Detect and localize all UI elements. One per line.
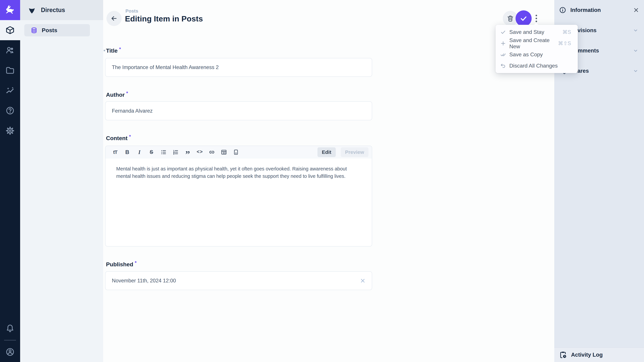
help-icon [5,106,15,115]
module-settings[interactable] [0,121,20,141]
sidebar-item-posts[interactable]: Posts [24,24,90,36]
module-user-directory[interactable] [0,40,20,60]
box-icon [5,25,15,35]
project-header[interactable]: Directus [20,0,103,20]
double-check-icon [500,52,506,57]
more-options-button[interactable] [533,14,540,23]
back-button[interactable] [106,11,122,26]
table-icon[interactable] [218,146,230,158]
menu-item-save-and-create-new[interactable]: Save and Create New ⌘⇧S [496,38,578,49]
bullet-list-icon[interactable] [158,146,170,158]
directus-rabbit-icon [4,4,16,15]
activity-log-button[interactable]: Activity Log [554,347,644,362]
module-insights[interactable] [0,80,20,100]
published-input[interactable]: November 11th, 2024 12:00 [105,271,372,290]
blockquote-icon[interactable]: ” [182,146,194,158]
chevron-down-icon [632,48,639,54]
sidebar-header[interactable]: Information [554,0,644,20]
module-file-library[interactable] [0,60,20,80]
activity-log-label: Activity Log [571,352,603,358]
shortcut-hint: ⌘S [562,29,571,35]
account-button[interactable] [0,342,20,362]
chevron-down-icon [632,68,639,74]
clipboard-clock-icon [559,351,567,359]
sidebar-item-label: Posts [42,27,57,33]
tab-preview[interactable]: Preview [341,147,368,157]
insights-icon [5,86,15,95]
notifications-button[interactable] [0,319,20,339]
fan-icon [28,6,36,14]
check-icon [500,29,506,35]
author-input-value: Fernanda Alvarez [112,108,152,114]
main-content: Posts Editing Item in Posts Title * The … [103,0,554,362]
bell-icon [5,324,15,333]
menu-item-save-as-copy[interactable]: Save as Copy [496,49,578,60]
module-bar [0,0,20,362]
close-icon [360,278,366,284]
author-input[interactable]: Fernanda Alvarez [105,101,372,120]
breadcrumb[interactable]: Posts [126,8,138,14]
sidebar-title: Information [570,7,633,13]
bold-icon[interactable]: B [121,146,133,158]
content-field-label: Content * [106,135,131,141]
sidebar-section-label: Shares [570,68,632,74]
code-icon[interactable]: <> [194,146,206,158]
edited-indicator-dot [104,50,105,51]
gear-icon [5,126,15,135]
chevron-down-icon [632,27,639,33]
content-textarea[interactable]: Mental health is just as important as ph… [106,158,370,180]
module-content[interactable] [0,20,20,40]
strikethrough-icon[interactable]: S [146,146,158,158]
page-title: Editing Item in Posts [125,14,203,23]
author-field-label: Author * [106,91,128,98]
module-bar-spacer [0,141,20,319]
sidebar-spacer [554,81,644,347]
title-input[interactable]: The Importance of Mental Health Awarenes… [105,58,372,77]
clear-date-button[interactable] [360,278,366,284]
arrow-left-icon [110,15,118,22]
required-marker: * [135,260,136,266]
title-input-value: The Importance of Mental Health Awarenes… [112,64,219,70]
content-editor: tT B I S ” < [105,146,372,247]
close-sidebar-button[interactable] [633,7,639,13]
project-name: Directus [41,6,65,13]
avatar-icon [5,347,15,357]
directus-logo[interactable] [0,0,20,20]
module-bar-divider [4,340,16,341]
trash-icon [507,15,514,22]
heading-icon[interactable]: tT [109,146,121,158]
sidebar-section-label: Revisions [570,27,632,33]
menu-item-save-and-stay[interactable]: Save and Stay ⌘S [496,26,578,38]
undo-icon [500,63,506,69]
required-marker: * [129,134,131,139]
required-marker: * [126,90,128,96]
required-marker: * [119,46,121,52]
plus-icon [500,40,506,46]
people-icon [5,45,15,55]
link-icon[interactable] [206,146,218,158]
shortcut-hint: ⌘⇧S [558,40,571,46]
close-icon [633,7,639,13]
published-input-value: November 11th, 2024 12:00 [112,278,176,284]
tab-edit[interactable]: Edit [318,147,336,157]
nav-sidebar: Directus Posts [20,0,103,362]
italic-icon[interactable]: I [133,146,146,158]
image-icon[interactable] [230,146,242,158]
database-icon [30,27,38,34]
folder-icon [5,66,15,75]
published-field-label: Published * [106,261,136,268]
content-toolbar: tT B I S ” < [106,146,372,158]
save-options-menu: Save and Stay ⌘S Save and Create New ⌘⇧S… [496,25,578,73]
menu-item-discard-all-changes[interactable]: Discard All Changes [496,60,578,71]
sidebar-section-label: Comments [570,47,632,54]
numbered-list-icon[interactable] [170,146,182,158]
dots-vertical-icon [535,14,538,22]
title-field-label: Title * [106,47,121,54]
module-documentation[interactable] [0,100,20,121]
check-icon [520,14,528,22]
save-button[interactable] [516,10,532,26]
info-icon [559,6,566,14]
